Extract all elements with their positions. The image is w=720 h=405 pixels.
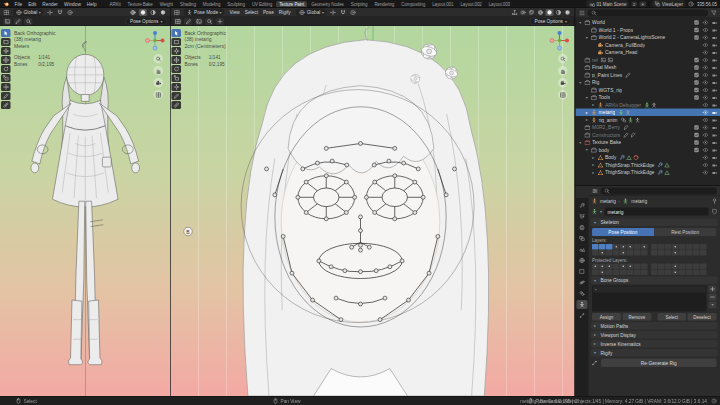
cam-toggle[interactable] bbox=[711, 57, 719, 63]
eye-toggle[interactable] bbox=[702, 34, 710, 40]
cam-toggle[interactable] bbox=[711, 109, 719, 115]
cam-toggle[interactable] bbox=[711, 169, 719, 175]
tool-annotate[interactable] bbox=[172, 92, 182, 100]
filter-icon[interactable] bbox=[711, 10, 718, 17]
eye-toggle[interactable] bbox=[702, 72, 710, 78]
cam-toggle[interactable] bbox=[711, 34, 719, 40]
layer-toggle[interactable] bbox=[592, 244, 599, 250]
eye-toggle[interactable] bbox=[702, 109, 710, 115]
scene-selector[interactable]: 01 Main Scene bbox=[586, 0, 629, 8]
pivot-dropdown[interactable] bbox=[330, 9, 337, 16]
tool-move[interactable] bbox=[1, 56, 11, 64]
navigation-gizmo[interactable] bbox=[548, 29, 571, 52]
eye-toggle[interactable] bbox=[702, 169, 710, 175]
proportional-edit-icon[interactable] bbox=[350, 9, 357, 16]
layer-toggle[interactable] bbox=[658, 264, 665, 270]
shading-material-button[interactable] bbox=[149, 9, 157, 16]
layer-toggle[interactable] bbox=[606, 244, 613, 250]
xray-toggle[interactable] bbox=[528, 9, 535, 16]
expand-toggle[interactable]: ▸ bbox=[591, 170, 596, 175]
expand-toggle[interactable]: ▾ bbox=[585, 148, 590, 153]
check-toggle[interactable] bbox=[693, 72, 701, 78]
menu-window[interactable]: Window bbox=[61, 1, 84, 7]
eye-toggle[interactable] bbox=[702, 162, 710, 168]
magnifier-tool-setting-button[interactable] bbox=[205, 18, 214, 25]
eye-toggle[interactable] bbox=[702, 64, 710, 70]
layer-toggle[interactable] bbox=[627, 244, 634, 250]
properties-tab-physics[interactable] bbox=[577, 278, 588, 287]
layer-toggle[interactable] bbox=[665, 244, 672, 250]
outliner-row[interactable]: ▾World bbox=[576, 19, 720, 27]
layer-toggle[interactable] bbox=[686, 264, 693, 270]
outliner-row[interactable]: ▸ThighStrap.ThickEdge bbox=[576, 161, 720, 169]
tool-move[interactable] bbox=[172, 56, 182, 64]
shading-wireframe-button[interactable] bbox=[537, 9, 545, 16]
bone-group-specials-button[interactable]: ▾ bbox=[709, 302, 717, 309]
layer-toggle[interactable] bbox=[665, 250, 672, 256]
workspace-tab-scripting[interactable]: Scripting bbox=[348, 1, 371, 7]
layer-toggle[interactable] bbox=[672, 250, 679, 256]
pin-icon[interactable] bbox=[711, 198, 718, 205]
cam-toggle[interactable] bbox=[711, 79, 719, 85]
eye-toggle[interactable] bbox=[702, 117, 710, 123]
layer-toggle[interactable] bbox=[693, 244, 700, 250]
layer-toggle[interactable] bbox=[651, 250, 658, 256]
pencil-tool-setting-button[interactable] bbox=[184, 18, 193, 25]
layer-toggle[interactable] bbox=[665, 270, 672, 276]
layer-toggle[interactable] bbox=[606, 270, 613, 276]
layer-toggle[interactable] bbox=[672, 264, 679, 270]
layer-toggle[interactable] bbox=[606, 250, 613, 256]
layer-toggle[interactable] bbox=[693, 270, 700, 276]
outliner-row[interactable]: ▾body bbox=[576, 146, 720, 154]
check-toggle[interactable] bbox=[693, 124, 701, 130]
layer-toggle[interactable] bbox=[700, 250, 707, 256]
cam-toggle[interactable] bbox=[711, 27, 719, 33]
snap-magnet-icon[interactable] bbox=[340, 9, 347, 16]
layer-toggle[interactable] bbox=[606, 264, 613, 270]
check-toggle[interactable] bbox=[693, 27, 701, 33]
properties-tab-armature-data[interactable] bbox=[577, 300, 588, 309]
outliner-row[interactable]: ▸ARKit Debugger bbox=[576, 101, 720, 109]
navigation-gizmo[interactable] bbox=[144, 29, 167, 52]
outliner-row[interactable]: Camera_Head bbox=[576, 49, 720, 57]
layer-toggle[interactable] bbox=[658, 270, 665, 276]
editor-type-icon[interactable] bbox=[174, 9, 181, 16]
layer-toggle[interactable] bbox=[627, 250, 634, 256]
shading-material-button[interactable] bbox=[555, 9, 563, 16]
properties-tab-object[interactable] bbox=[577, 267, 588, 276]
shading-rendered-button[interactable] bbox=[564, 9, 572, 16]
layer-toggle[interactable] bbox=[641, 264, 648, 270]
workspace-tab-rendering[interactable]: Rendering bbox=[371, 1, 397, 7]
image-tool-setting-button[interactable] bbox=[195, 18, 204, 25]
layer-toggle[interactable] bbox=[613, 270, 620, 276]
blender-logo-icon[interactable] bbox=[3, 1, 10, 8]
workspace-tab-layout-002[interactable]: Layout.002 bbox=[457, 1, 484, 7]
camera-button[interactable] bbox=[154, 78, 164, 88]
eye-toggle[interactable] bbox=[702, 19, 710, 25]
layer-toggle[interactable] bbox=[634, 270, 641, 276]
expand-toggle[interactable]: ▸ bbox=[591, 155, 596, 160]
layer-toggle[interactable] bbox=[627, 270, 634, 276]
eye-toggle[interactable] bbox=[702, 49, 710, 55]
menu-edit[interactable]: Edit bbox=[25, 1, 39, 7]
expand-toggle[interactable]: ▸ bbox=[591, 103, 596, 108]
magnifier-tool-setting-button[interactable] bbox=[24, 18, 33, 25]
cam-toggle[interactable] bbox=[711, 147, 719, 153]
deselect-button[interactable]: Deselect bbox=[688, 313, 717, 321]
outliner-row[interactable]: M0R2_Berry bbox=[576, 124, 720, 132]
properties-tab-tool[interactable] bbox=[577, 201, 588, 210]
select-button[interactable]: Select bbox=[657, 313, 686, 321]
scene-unlink-button[interactable]: ✕ bbox=[639, 1, 646, 6]
pose-options-dropdown[interactable]: Pose Options▾ bbox=[125, 18, 167, 26]
outliner-row[interactable]: ▾Texture Bake bbox=[576, 139, 720, 147]
layer-toggle[interactable] bbox=[620, 244, 627, 250]
tool-transform[interactable] bbox=[1, 83, 11, 91]
layer-toggle[interactable] bbox=[693, 250, 700, 256]
layer-toggle[interactable] bbox=[620, 264, 627, 270]
pose-position-button[interactable]: Pose Position bbox=[592, 228, 654, 236]
section-rigify[interactable]: ▾Rigify bbox=[591, 349, 718, 357]
tool-transform[interactable] bbox=[172, 83, 182, 91]
eye-toggle[interactable] bbox=[702, 79, 710, 85]
check-toggle[interactable] bbox=[693, 87, 701, 93]
workspace-tab-arkit[interactable]: ARKit bbox=[107, 1, 124, 7]
